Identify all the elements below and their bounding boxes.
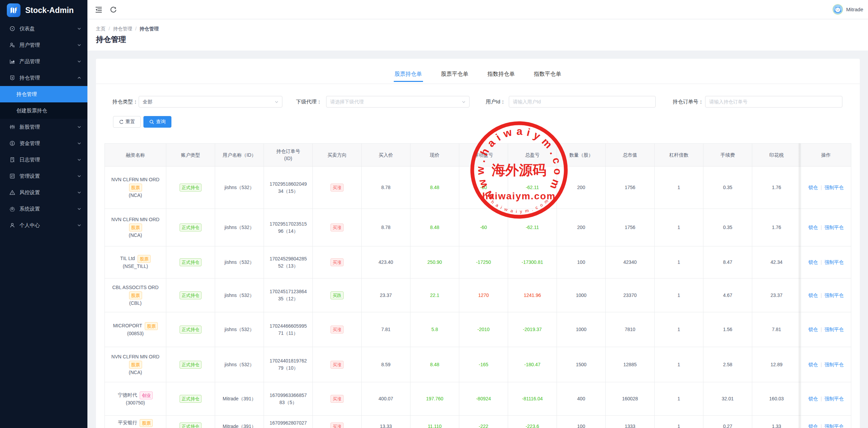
stamp-tax: 42.34 [770,259,782,265]
cell-total-pl: -180.47 [508,347,557,382]
operation-separator: | [821,362,822,367]
leverage: 1 [677,424,680,428]
cell-direction: 买跌 [313,279,362,312]
lock-position-link[interactable]: 锁仓 [808,185,818,190]
cell-qty: 200 [557,167,606,209]
total-pl: -180.47 [524,362,540,367]
cell-account: 正式持仓 [166,347,215,382]
tab-1[interactable]: 股票平仓单 [441,66,468,83]
lock-position-link[interactable]: 锁仓 [808,293,818,298]
cell-name: 宁德时代 创业(300750) [105,382,166,416]
filter-placeholder: 请输入用户Id [513,99,541,104]
filter-input-2[interactable]: 请输入用户Id [509,96,656,108]
reset-button[interactable]: 重置 [113,116,141,128]
search-button[interactable]: 查询 [143,116,171,128]
fee: 0.27 [723,424,732,428]
sidebar-item-2[interactable]: 产品管理 [0,53,87,70]
sidebar-item-7[interactable]: 管理设置 [0,168,87,184]
breadcrumb-item-0[interactable]: 主页 [96,26,106,31]
current-price: 5.8 [431,327,438,332]
sidebar-item-3[interactable]: 持仓管理 [0,70,87,86]
sidebar-item-0[interactable]: 仪表盘 [0,20,87,37]
sidebar-item-label: 持仓管理 [19,75,40,81]
sidebar-item-9[interactable]: 系统设置 [0,201,87,217]
sidebar-subitem-0[interactable]: 持仓管理 [0,86,87,102]
force-close-link[interactable]: 强制平仓 [825,259,844,265]
total-pl: 1241.96 [524,293,541,298]
cell-float-pl: 1270 [459,279,508,312]
force-close-link[interactable]: 强制平仓 [825,327,844,332]
float-pl: -165 [479,362,488,367]
sidebar-item-label: 日志管理 [19,157,40,163]
column-header-7: 浮动盈亏 [459,144,508,167]
cell-float-pl: -60 [459,167,508,209]
sidebar-item-8[interactable]: 风控设置 [0,184,87,201]
cell-current-price: 8.48 [410,347,459,382]
tab-3[interactable]: 指数平仓单 [534,66,561,83]
force-close-link[interactable]: 强制平仓 [825,396,844,401]
leverage: 1 [677,327,680,332]
sidebar-item-10[interactable]: 个人中心 [0,217,87,233]
table-row-0: NVN CLFRN MN ORD股票(NCA)正式持仓jishns（532）17… [105,167,851,209]
tab-0[interactable]: 股票持仓单 [395,66,422,83]
operation-separator: | [821,396,822,401]
force-close-link[interactable]: 强制平仓 [825,225,844,230]
funds-icon [10,141,15,146]
breadcrumb-band: 主页/持仓管理/持仓管理 持仓管理 [87,19,868,51]
lock-position-link[interactable]: 锁仓 [808,396,818,401]
lock-position-link[interactable]: 锁仓 [808,424,818,428]
order-id-line1: 17024401819762 [269,358,307,363]
brand[interactable]: Stock-Admin [0,0,87,20]
sidebar-item-4[interactable]: 新股管理 [0,119,87,135]
market-value: 42340 [624,259,637,265]
account-tag: 正式持仓 [180,361,201,369]
cell-mkt-value: 160028 [606,382,655,416]
tab-2[interactable]: 指数持仓单 [488,66,515,83]
quantity: 1000 [576,293,586,298]
caret-down-icon [77,174,81,178]
sidebar-item-1[interactable]: 用户管理 [0,37,87,53]
cell-name: NVN CLFRN MN ORD股票(NCA) [105,347,166,382]
order-id-line1: 17029517023515 [269,221,307,227]
cell-fee: 4.67 [703,279,752,312]
cell-operations: 锁仓|强制平仓 [801,347,851,382]
lock-position-link[interactable]: 锁仓 [808,225,818,230]
market-value: 23370 [624,293,637,298]
cell-fee: 0.35 [703,167,752,209]
lock-position-link[interactable]: 锁仓 [808,259,818,265]
cell-buy-price: 8.78 [362,209,410,246]
filter-input-3[interactable]: 请输入持仓订单号 [705,96,842,108]
order-id-line2: 52（13） [278,263,298,269]
stock-name: NVN CLFRN MN ORD [108,216,163,223]
refresh-icon[interactable] [110,6,117,13]
sidebar-submenu: 持仓管理创建股票持仓 [0,86,87,119]
lock-position-link[interactable]: 锁仓 [808,362,818,367]
force-close-link[interactable]: 强制平仓 [825,362,844,367]
category-tag: 股票 [129,361,142,369]
stock-name: TIL Ltd [120,256,135,261]
leverage: 1 [677,293,680,298]
cell-current-price: 8.48 [410,209,459,246]
force-close-link[interactable]: 强制平仓 [825,293,844,298]
collapse-sidebar-icon[interactable] [95,6,102,13]
cell-buy-price: 8.59 [362,347,410,382]
float-pl: 1270 [478,293,489,298]
breadcrumb-item-1[interactable]: 持仓管理 [113,26,132,31]
sidebar-subitem-1[interactable]: 创建股票持仓 [0,102,87,119]
force-close-link[interactable]: 强制平仓 [825,424,844,428]
caret-down-icon [77,223,81,227]
cell-leverage: 1 [655,246,703,279]
caret-down-icon [77,190,81,195]
avatar [832,4,843,15]
user-menu[interactable]: Mitrade [832,4,863,15]
cell-direction: 买涨 [313,416,362,428]
lock-position-link[interactable]: 锁仓 [808,327,818,332]
force-close-link[interactable]: 强制平仓 [825,185,844,190]
users-icon [10,42,15,48]
sidebar-item-6[interactable]: 日志管理 [0,152,87,168]
account-tag: 正式持仓 [180,395,201,403]
buy-price: 8.78 [381,185,390,190]
sidebar-item-5[interactable]: 资金管理 [0,135,87,152]
order-id-line2: 96（14） [278,228,298,234]
cell-operations: 锁仓|强制平仓 [801,312,851,347]
